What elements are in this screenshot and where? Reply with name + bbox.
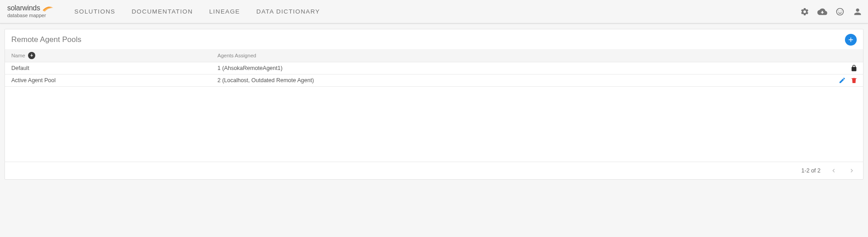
- pagination-bar: 1-2 of 2: [5, 162, 863, 179]
- brand: solarwinds database mapper: [7, 5, 54, 18]
- svg-point-0: [837, 8, 844, 15]
- lock-icon: [850, 65, 858, 72]
- prev-page-button[interactable]: [829, 166, 839, 176]
- cloud-download-icon[interactable]: [817, 7, 827, 17]
- table-header-row: Name Agents Assigned: [5, 49, 863, 62]
- column-header-agents[interactable]: Agents Assigned: [213, 50, 827, 61]
- svg-point-2: [841, 10, 842, 11]
- topbar-actions: [800, 7, 863, 17]
- page-title: Remote Agent Pools: [11, 35, 81, 44]
- column-header-actions: [827, 54, 863, 57]
- column-header-agents-label: Agents Assigned: [217, 53, 256, 58]
- user-account-icon[interactable]: [853, 7, 863, 17]
- nav-solutions[interactable]: SOLUTIONS: [75, 8, 116, 15]
- pool-agents: 1 (AhsokaRemoteAgent1): [217, 65, 283, 71]
- remote-agent-pools-card: Remote Agent Pools Name Agents Assigned: [5, 29, 863, 180]
- delete-button[interactable]: [850, 77, 858, 84]
- add-pool-button[interactable]: [845, 34, 857, 46]
- sort-desc-icon: [28, 52, 35, 59]
- table-body: Default 1 (AhsokaRemoteAgent1) Active Ag…: [5, 62, 863, 162]
- main-nav: SOLUTIONS DOCUMENTATION LINEAGE DATA DIC…: [75, 8, 800, 15]
- brand-name: solarwinds: [7, 5, 40, 12]
- pool-name: Default: [11, 65, 29, 71]
- brand-swoosh-icon: [42, 5, 54, 12]
- feedback-smiley-icon[interactable]: [835, 7, 844, 16]
- topbar: solarwinds database mapper SOLUTIONS DOC…: [0, 0, 868, 23]
- pool-agents: 2 (Localhost, Outdated Remote Agent): [217, 77, 314, 84]
- settings-icon[interactable]: [800, 7, 809, 16]
- nav-documentation[interactable]: DOCUMENTATION: [132, 8, 193, 15]
- pools-table: Name Agents Assigned Default 1 (AhsokaRe…: [5, 49, 863, 162]
- table-row[interactable]: Default 1 (AhsokaRemoteAgent1): [5, 62, 863, 74]
- column-header-name[interactable]: Name: [5, 49, 213, 62]
- brand-product: database mapper: [7, 13, 54, 19]
- table-row[interactable]: Active Agent Pool 2 (Localhost, Outdated…: [5, 74, 863, 87]
- nav-data-dictionary[interactable]: DATA DICTIONARY: [256, 8, 320, 15]
- edit-button[interactable]: [839, 77, 846, 84]
- svg-point-1: [839, 10, 840, 11]
- pagination-summary: 1-2 of 2: [802, 167, 821, 174]
- content-area: Remote Agent Pools Name Agents Assigned: [0, 23, 868, 185]
- column-header-name-label: Name: [11, 53, 25, 58]
- nav-lineage[interactable]: LINEAGE: [209, 8, 240, 15]
- pool-name: Active Agent Pool: [11, 77, 56, 84]
- card-header: Remote Agent Pools: [5, 29, 863, 49]
- next-page-button[interactable]: [847, 166, 857, 176]
